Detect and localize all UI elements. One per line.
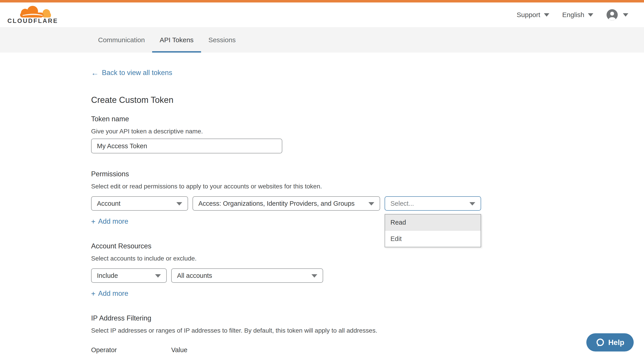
resource-target-value: All accounts	[177, 272, 212, 279]
back-to-tokens-link[interactable]: ← Back to view all tokens	[91, 69, 172, 77]
permissions-section: Permissions Select edit or read permissi…	[91, 170, 644, 225]
resource-mode-select[interactable]: Include	[91, 268, 167, 283]
plus-icon: +	[91, 290, 95, 297]
brand-accent-bar	[0, 0, 644, 3]
chevron-down-icon	[368, 202, 374, 205]
operator-label: Operator	[91, 346, 171, 354]
permission-scope-select[interactable]: Account	[91, 196, 188, 211]
back-link-label: Back to view all tokens	[102, 69, 172, 77]
main-content: ← Back to view all tokens Create Custom …	[0, 53, 644, 358]
token-name-description: Give your API token a descriptive name.	[91, 128, 644, 135]
account-resources-heading: Account Resources	[91, 242, 644, 250]
account-resources-section: Account Resources Select accounts to inc…	[91, 242, 644, 298]
permissions-description: Select edit or read permissions to apply…	[91, 183, 644, 190]
cloudflare-cloud-icon	[8, 6, 54, 18]
permission-resource-select[interactable]: Access: Organizations, Identity Provider…	[192, 196, 380, 211]
chevron-down-icon	[155, 274, 161, 278]
header-nav: Support English	[517, 9, 628, 21]
plus-icon: +	[91, 218, 95, 225]
chevron-down-icon	[588, 13, 593, 17]
token-name-heading: Token name	[91, 115, 644, 123]
permission-level-menu: Read Edit	[384, 214, 481, 247]
ip-filtering-description: Select IP addresses or ranges of IP addr…	[91, 327, 644, 334]
permissions-row: Account Access: Organizations, Identity …	[91, 196, 644, 211]
ip-filtering-heading: IP Address Filtering	[91, 314, 644, 322]
chevron-down-icon	[623, 13, 628, 17]
permission-level-select[interactable]: Select...	[384, 196, 481, 211]
menu-item-read[interactable]: Read	[385, 214, 481, 231]
value-label: Value	[171, 346, 187, 354]
support-menu[interactable]: Support	[517, 11, 549, 19]
ip-field-labels: Operator Value	[91, 346, 644, 354]
help-button[interactable]: Help	[586, 333, 634, 351]
ip-filtering-section: IP Address Filtering Select IP addresses…	[91, 314, 644, 358]
add-more-label: Add more	[98, 289, 128, 298]
support-menu-label: Support	[517, 11, 540, 19]
permissions-heading: Permissions	[91, 170, 644, 178]
permission-level-wrap: Select... Read Edit	[384, 196, 481, 211]
resource-target-select[interactable]: All accounts	[171, 268, 323, 283]
tab-communication[interactable]: Communication	[91, 27, 152, 53]
page-title: Create Custom Token	[91, 95, 644, 105]
chat-bubble-icon	[596, 338, 605, 347]
chevron-down-icon	[312, 274, 317, 278]
permission-resource-value: Access: Organizations, Identity Provider…	[198, 200, 354, 207]
permission-level-placeholder: Select...	[390, 200, 414, 207]
language-menu[interactable]: English	[562, 11, 593, 19]
back-arrow-icon: ←	[91, 69, 99, 77]
chevron-down-icon	[470, 202, 475, 205]
add-more-label: Add more	[98, 217, 128, 225]
account-resources-description: Select accounts to include or exclude.	[91, 255, 644, 262]
user-avatar-icon	[606, 9, 618, 21]
cloudflare-logo[interactable]: CLOUDFLARE	[8, 6, 58, 24]
header: CLOUDFLARE Support English	[0, 3, 644, 27]
chevron-down-icon	[544, 13, 549, 17]
token-name-section: Token name Give your API token a descrip…	[91, 115, 644, 153]
token-name-input[interactable]	[91, 139, 282, 153]
tab-sessions[interactable]: Sessions	[201, 27, 243, 53]
profile-tab-bar: Communication API Tokens Sessions	[0, 27, 644, 53]
permissions-add-more-link[interactable]: + Add more	[91, 217, 128, 225]
menu-item-edit[interactable]: Edit	[385, 231, 481, 247]
account-resources-row: Include All accounts	[91, 268, 644, 283]
account-resources-add-more-link[interactable]: + Add more	[91, 289, 128, 298]
cloudflare-logo-text: CLOUDFLARE	[8, 18, 58, 24]
resource-mode-value: Include	[97, 272, 118, 279]
tab-api-tokens[interactable]: API Tokens	[152, 27, 201, 53]
help-button-label: Help	[608, 338, 624, 347]
permission-scope-value: Account	[97, 200, 120, 207]
language-menu-label: English	[562, 11, 584, 19]
chevron-down-icon	[176, 202, 182, 205]
account-menu[interactable]	[606, 9, 628, 21]
